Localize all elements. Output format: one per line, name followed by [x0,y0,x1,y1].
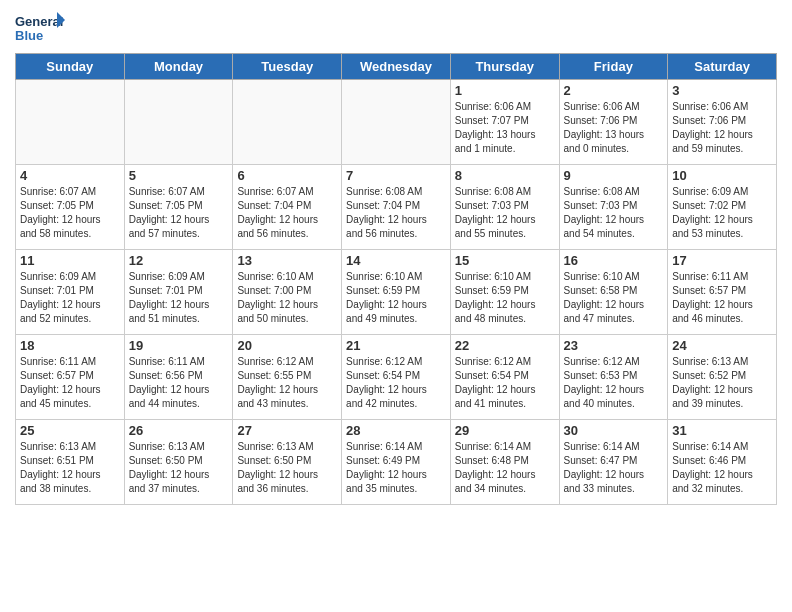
day-cell: 13Sunrise: 6:10 AM Sunset: 7:00 PM Dayli… [233,250,342,335]
day-cell: 20Sunrise: 6:12 AM Sunset: 6:55 PM Dayli… [233,335,342,420]
weekday-header: Monday [124,54,233,80]
day-number: 29 [455,423,555,438]
day-number: 28 [346,423,446,438]
day-info: Sunrise: 6:07 AM Sunset: 7:05 PM Dayligh… [129,185,229,241]
header-row: SundayMondayTuesdayWednesdayThursdayFrid… [16,54,777,80]
day-cell: 3Sunrise: 6:06 AM Sunset: 7:06 PM Daylig… [668,80,777,165]
day-cell: 26Sunrise: 6:13 AM Sunset: 6:50 PM Dayli… [124,420,233,505]
day-number: 26 [129,423,229,438]
day-cell [233,80,342,165]
weekday-header: Saturday [668,54,777,80]
day-cell: 19Sunrise: 6:11 AM Sunset: 6:56 PM Dayli… [124,335,233,420]
week-row: 18Sunrise: 6:11 AM Sunset: 6:57 PM Dayli… [16,335,777,420]
day-info: Sunrise: 6:06 AM Sunset: 7:06 PM Dayligh… [672,100,772,156]
day-info: Sunrise: 6:14 AM Sunset: 6:48 PM Dayligh… [455,440,555,496]
week-row: 11Sunrise: 6:09 AM Sunset: 7:01 PM Dayli… [16,250,777,335]
weekday-header: Wednesday [342,54,451,80]
day-number: 1 [455,83,555,98]
day-info: Sunrise: 6:08 AM Sunset: 7:03 PM Dayligh… [455,185,555,241]
day-info: Sunrise: 6:08 AM Sunset: 7:04 PM Dayligh… [346,185,446,241]
weekday-header: Friday [559,54,668,80]
day-number: 2 [564,83,664,98]
day-number: 19 [129,338,229,353]
day-cell: 1Sunrise: 6:06 AM Sunset: 7:07 PM Daylig… [450,80,559,165]
day-cell: 30Sunrise: 6:14 AM Sunset: 6:47 PM Dayli… [559,420,668,505]
day-info: Sunrise: 6:09 AM Sunset: 7:01 PM Dayligh… [20,270,120,326]
day-number: 20 [237,338,337,353]
day-info: Sunrise: 6:11 AM Sunset: 6:56 PM Dayligh… [129,355,229,411]
day-info: Sunrise: 6:13 AM Sunset: 6:50 PM Dayligh… [237,440,337,496]
day-info: Sunrise: 6:10 AM Sunset: 6:59 PM Dayligh… [455,270,555,326]
weekday-header: Thursday [450,54,559,80]
day-cell: 8Sunrise: 6:08 AM Sunset: 7:03 PM Daylig… [450,165,559,250]
day-number: 21 [346,338,446,353]
day-cell [16,80,125,165]
day-cell: 23Sunrise: 6:12 AM Sunset: 6:53 PM Dayli… [559,335,668,420]
day-info: Sunrise: 6:07 AM Sunset: 7:05 PM Dayligh… [20,185,120,241]
day-number: 5 [129,168,229,183]
day-info: Sunrise: 6:12 AM Sunset: 6:53 PM Dayligh… [564,355,664,411]
day-info: Sunrise: 6:10 AM Sunset: 6:58 PM Dayligh… [564,270,664,326]
svg-text:Blue: Blue [15,28,43,43]
day-cell: 27Sunrise: 6:13 AM Sunset: 6:50 PM Dayli… [233,420,342,505]
day-info: Sunrise: 6:09 AM Sunset: 7:01 PM Dayligh… [129,270,229,326]
day-number: 15 [455,253,555,268]
day-cell [342,80,451,165]
logo-svg: GeneralBlue [15,10,65,45]
day-info: Sunrise: 6:12 AM Sunset: 6:54 PM Dayligh… [346,355,446,411]
day-info: Sunrise: 6:10 AM Sunset: 7:00 PM Dayligh… [237,270,337,326]
day-cell: 17Sunrise: 6:11 AM Sunset: 6:57 PM Dayli… [668,250,777,335]
day-cell: 18Sunrise: 6:11 AM Sunset: 6:57 PM Dayli… [16,335,125,420]
day-number: 14 [346,253,446,268]
day-info: Sunrise: 6:11 AM Sunset: 6:57 PM Dayligh… [20,355,120,411]
day-number: 9 [564,168,664,183]
week-row: 25Sunrise: 6:13 AM Sunset: 6:51 PM Dayli… [16,420,777,505]
day-cell: 12Sunrise: 6:09 AM Sunset: 7:01 PM Dayli… [124,250,233,335]
weekday-header: Tuesday [233,54,342,80]
day-info: Sunrise: 6:09 AM Sunset: 7:02 PM Dayligh… [672,185,772,241]
day-number: 23 [564,338,664,353]
day-cell: 6Sunrise: 6:07 AM Sunset: 7:04 PM Daylig… [233,165,342,250]
day-info: Sunrise: 6:10 AM Sunset: 6:59 PM Dayligh… [346,270,446,326]
day-info: Sunrise: 6:14 AM Sunset: 6:46 PM Dayligh… [672,440,772,496]
week-row: 4Sunrise: 6:07 AM Sunset: 7:05 PM Daylig… [16,165,777,250]
day-cell: 24Sunrise: 6:13 AM Sunset: 6:52 PM Dayli… [668,335,777,420]
day-number: 7 [346,168,446,183]
day-cell: 5Sunrise: 6:07 AM Sunset: 7:05 PM Daylig… [124,165,233,250]
day-number: 12 [129,253,229,268]
day-number: 22 [455,338,555,353]
day-info: Sunrise: 6:13 AM Sunset: 6:50 PM Dayligh… [129,440,229,496]
day-cell: 31Sunrise: 6:14 AM Sunset: 6:46 PM Dayli… [668,420,777,505]
day-cell [124,80,233,165]
day-cell: 21Sunrise: 6:12 AM Sunset: 6:54 PM Dayli… [342,335,451,420]
day-cell: 22Sunrise: 6:12 AM Sunset: 6:54 PM Dayli… [450,335,559,420]
day-number: 24 [672,338,772,353]
day-info: Sunrise: 6:06 AM Sunset: 7:06 PM Dayligh… [564,100,664,156]
day-number: 8 [455,168,555,183]
day-info: Sunrise: 6:06 AM Sunset: 7:07 PM Dayligh… [455,100,555,156]
day-cell: 29Sunrise: 6:14 AM Sunset: 6:48 PM Dayli… [450,420,559,505]
day-cell: 9Sunrise: 6:08 AM Sunset: 7:03 PM Daylig… [559,165,668,250]
day-cell: 2Sunrise: 6:06 AM Sunset: 7:06 PM Daylig… [559,80,668,165]
day-number: 11 [20,253,120,268]
day-number: 25 [20,423,120,438]
day-info: Sunrise: 6:07 AM Sunset: 7:04 PM Dayligh… [237,185,337,241]
day-cell: 14Sunrise: 6:10 AM Sunset: 6:59 PM Dayli… [342,250,451,335]
day-info: Sunrise: 6:11 AM Sunset: 6:57 PM Dayligh… [672,270,772,326]
day-info: Sunrise: 6:13 AM Sunset: 6:52 PM Dayligh… [672,355,772,411]
day-number: 30 [564,423,664,438]
day-number: 6 [237,168,337,183]
day-number: 10 [672,168,772,183]
day-info: Sunrise: 6:14 AM Sunset: 6:49 PM Dayligh… [346,440,446,496]
day-cell: 28Sunrise: 6:14 AM Sunset: 6:49 PM Dayli… [342,420,451,505]
day-number: 3 [672,83,772,98]
header: GeneralBlue General Blue [15,10,777,45]
day-number: 31 [672,423,772,438]
day-number: 17 [672,253,772,268]
week-row: 1Sunrise: 6:06 AM Sunset: 7:07 PM Daylig… [16,80,777,165]
logo: GeneralBlue General Blue [15,10,65,45]
day-info: Sunrise: 6:14 AM Sunset: 6:47 PM Dayligh… [564,440,664,496]
calendar-table: SundayMondayTuesdayWednesdayThursdayFrid… [15,53,777,505]
day-cell: 25Sunrise: 6:13 AM Sunset: 6:51 PM Dayli… [16,420,125,505]
day-number: 4 [20,168,120,183]
